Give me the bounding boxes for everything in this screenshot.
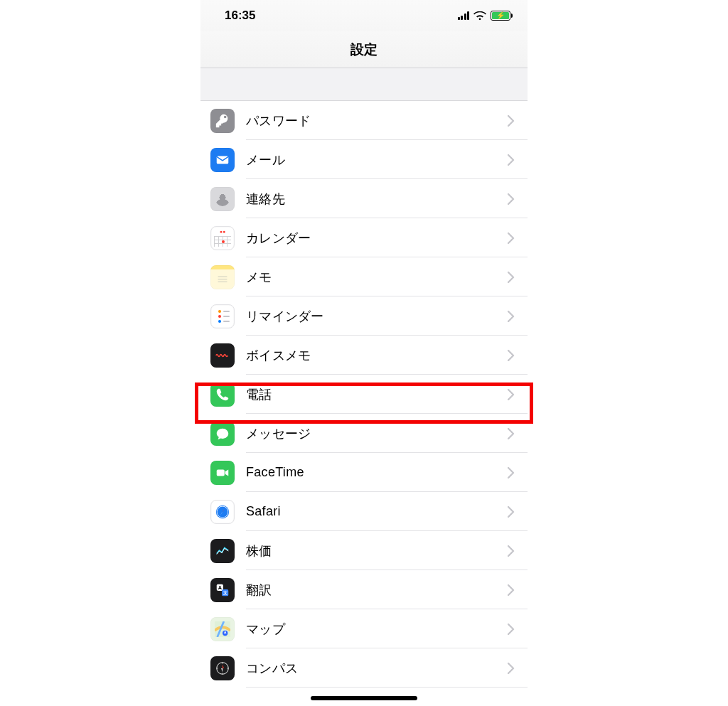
row-label: 株価 — [246, 542, 508, 560]
chevron-right-icon — [508, 193, 515, 205]
phone-frame: 16:35 ⚡ 設定 パスワード — [200, 0, 528, 706]
stocks-icon — [210, 539, 235, 563]
row-facetime[interactable]: FaceTime — [200, 453, 528, 492]
translate-icon: A文 — [210, 578, 235, 602]
compass-icon — [210, 656, 235, 680]
chevron-right-icon — [508, 115, 515, 127]
reminders-icon — [210, 304, 235, 328]
chevron-right-icon — [508, 428, 515, 439]
chevron-right-icon — [508, 154, 515, 166]
svg-marker-23 — [221, 668, 223, 673]
battery-charging-icon: ⚡ — [491, 11, 510, 21]
chevron-right-icon — [508, 272, 515, 283]
maps-icon — [210, 617, 235, 641]
svg-text:A: A — [218, 584, 223, 591]
svg-text:文: 文 — [223, 590, 228, 595]
nav-title: 設定 — [350, 41, 378, 59]
voice-memo-icon — [210, 343, 235, 368]
messages-icon — [210, 422, 235, 446]
chevron-right-icon — [508, 311, 515, 322]
mail-icon — [210, 148, 235, 172]
row-calendar[interactable]: ●● カレンダー — [200, 218, 528, 257]
cellular-signal-icon — [458, 11, 470, 20]
svg-rect-4 — [217, 469, 225, 476]
row-label: マップ — [246, 621, 508, 638]
chevron-right-icon — [508, 545, 515, 557]
nav-bar: 設定 — [200, 31, 528, 68]
row-label: Safari — [246, 504, 508, 519]
chevron-right-icon — [508, 506, 515, 518]
row-label: コンパス — [246, 660, 508, 677]
row-phone[interactable]: 電話 — [200, 375, 528, 414]
svg-rect-0 — [217, 156, 229, 164]
chevron-right-icon — [508, 624, 515, 635]
row-translate[interactable]: A文 翻訳 — [200, 570, 528, 609]
chevron-right-icon — [508, 232, 515, 244]
row-safari[interactable]: Safari — [200, 492, 528, 531]
settings-list: パスワード メール 連絡先 — [200, 101, 528, 688]
chevron-right-icon — [508, 584, 515, 596]
safari-icon — [210, 500, 235, 524]
calendar-icon: ●● — [210, 226, 235, 250]
row-label: ボイスメモ — [246, 347, 508, 364]
section-gap — [200, 68, 528, 101]
row-passwords[interactable]: パスワード — [200, 101, 528, 140]
status-time: 16:35 — [225, 9, 255, 23]
key-icon — [210, 109, 235, 133]
row-compass[interactable]: コンパス — [200, 648, 528, 688]
notes-icon — [210, 265, 235, 289]
row-voice-memos[interactable]: ボイスメモ — [200, 336, 528, 375]
svg-marker-22 — [223, 664, 224, 668]
row-label: 連絡先 — [246, 191, 508, 208]
status-icons: ⚡ — [458, 11, 511, 21]
row-label: リマインダー — [246, 308, 508, 325]
chevron-right-icon — [508, 467, 515, 478]
chevron-right-icon — [508, 663, 515, 674]
facetime-icon — [210, 461, 235, 485]
row-label: メモ — [246, 269, 508, 286]
row-notes[interactable]: メモ — [200, 257, 528, 296]
row-reminders[interactable]: リマインダー — [200, 296, 528, 336]
row-label: メッセージ — [246, 425, 508, 442]
chevron-right-icon — [508, 350, 515, 361]
status-bar: 16:35 ⚡ — [200, 0, 528, 31]
wifi-icon — [473, 11, 486, 21]
row-stocks[interactable]: 株価 — [200, 531, 528, 570]
chevron-right-icon — [508, 389, 515, 400]
home-indicator[interactable] — [311, 696, 417, 700]
row-mail[interactable]: メール — [200, 140, 528, 179]
row-label: カレンダー — [246, 230, 508, 247]
row-label: FaceTime — [246, 465, 508, 480]
row-label: 電話 — [246, 386, 508, 403]
row-maps[interactable]: マップ — [200, 609, 528, 648]
row-label: 翻訳 — [246, 582, 508, 599]
contacts-icon — [210, 187, 235, 211]
row-contacts[interactable]: 連絡先 — [200, 179, 528, 218]
row-label: パスワード — [246, 112, 508, 129]
phone-icon — [210, 383, 235, 407]
row-messages[interactable]: メッセージ — [200, 414, 528, 453]
row-label: メール — [246, 151, 508, 169]
